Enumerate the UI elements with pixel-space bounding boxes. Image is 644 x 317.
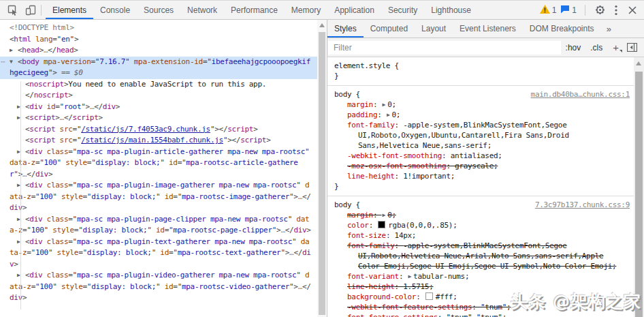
main-toolbar: ElementsConsoleSourcesNetworkPerformance… <box>0 1 644 20</box>
expand-arrow-icon[interactable]: ▶ <box>17 237 25 248</box>
dom-node-line[interactable]: <noscript>You need to enable JavaScript … <box>0 79 317 91</box>
value-expand-arrow-icon[interactable]: ▶ <box>408 271 412 282</box>
styles-tab-layout[interactable]: Layout <box>415 20 453 37</box>
tab-memory[interactable]: Memory <box>285 1 327 19</box>
dom-node-line[interactable]: <script src="/static/js/main.1554babf.ch… <box>0 135 317 147</box>
settings-gear-icon[interactable] <box>594 4 606 16</box>
tab-overflow-chevron-icon[interactable]: » <box>601 20 617 38</box>
value-expand-arrow-icon[interactable]: ▶ <box>383 210 386 220</box>
styles-tab-styles[interactable]: Styles <box>327 20 364 37</box>
color-swatch[interactable] <box>378 221 385 228</box>
console-message-badge[interactable]: 1 <box>560 5 577 16</box>
toolbar-divider <box>585 5 585 16</box>
value-expand-arrow-icon[interactable]: ▶ <box>383 100 386 110</box>
css-source-link[interactable]: main.db40ba…chunk.css:1 <box>531 89 630 100</box>
elements-scrollbar[interactable] <box>317 20 327 317</box>
css-declaration[interactable]: font-feature-settings: "tnum","tnum"; <box>327 312 634 317</box>
css-rule-close-brace: } <box>327 181 634 192</box>
tab-lighthouse[interactable]: Lighthouse <box>424 1 478 19</box>
toggle-element-state-button[interactable]: :hov <box>566 43 581 52</box>
dom-node-line[interactable]: <!DOCTYPE html> <box>0 22 317 34</box>
dom-node-line[interactable]: ▶<div class="mpa-sc mpa-plugin-text-gath… <box>0 237 317 271</box>
expand-arrow-icon[interactable]: ▶ <box>17 270 25 282</box>
dom-node-line[interactable]: </noscript> <box>0 90 317 102</box>
device-toolbar-icon[interactable] <box>25 4 37 16</box>
styles-filter-input[interactable] <box>328 41 561 55</box>
dom-node-line[interactable]: ▶<head>…</head> <box>0 45 317 57</box>
toolbar-divider <box>41 5 42 16</box>
styles-tab-dom-breakpoints[interactable]: DOM Breakpoints <box>523 20 601 37</box>
tab-performance[interactable]: Performance <box>224 1 285 19</box>
main-tab-strip: ElementsConsoleSourcesNetworkPerformance… <box>46 1 478 19</box>
css-declaration[interactable]: background-color: #fff; <box>327 292 634 302</box>
collapse-arrow-icon[interactable]: ▼ <box>10 57 18 68</box>
css-source-link[interactable]: 7.3c97b137.chunk.css:9 <box>535 200 630 210</box>
close-devtools-icon[interactable] <box>626 4 639 16</box>
color-swatch[interactable] <box>425 292 433 300</box>
scroll-up-arrow-icon[interactable] <box>319 23 325 27</box>
message-bubble-icon <box>560 5 570 16</box>
dom-node-line[interactable]: ▶<script>…</script> <box>0 112 317 124</box>
css-selector-line[interactable]: element.style { <box>327 61 634 71</box>
dropdown-corner-icon <box>619 50 622 52</box>
styles-scrollbar[interactable] <box>634 57 644 317</box>
resource-link[interactable]: /static/js/7.f4053ac9.chunk.js <box>81 125 210 134</box>
css-declaration[interactable]: font-family: -apple-system,BlinkMacSyste… <box>327 241 634 271</box>
css-declaration[interactable]: font-variant: ▶tabular-nums; <box>327 271 634 282</box>
css-declaration[interactable]: line-height: 1.5715; <box>327 282 634 292</box>
tab-sources[interactable]: Sources <box>137 1 180 19</box>
warning-badge[interactable]: 1 <box>540 5 557 16</box>
dom-node-line[interactable]: ▶<div class="mpa-sc mpa-plugin-image-gat… <box>0 180 317 214</box>
tab-application[interactable]: Application <box>327 1 381 19</box>
css-selector-line[interactable]: main.db40ba…chunk.css:1body { <box>327 89 634 100</box>
css-declaration[interactable]: margin: ▶0; <box>327 100 634 110</box>
styles-tab-event-listeners[interactable]: Event Listeners <box>453 20 523 37</box>
indent-guide-line <box>20 81 21 310</box>
css-declaration[interactable]: margin: ▶0; <box>327 210 634 220</box>
css-selector-line[interactable]: 7.3c97b137.chunk.css:9body { <box>327 200 634 210</box>
dom-node-line[interactable]: ▶<div class="mpa-sc mpa-plugin-video-gat… <box>0 270 317 304</box>
scroll-up-arrow-icon[interactable] <box>636 61 641 65</box>
css-declaration[interactable]: line-height: 1!important; <box>327 171 634 181</box>
css-declaration[interactable]: padding: ▶0; <box>327 110 634 120</box>
resource-link[interactable]: /static/js/main.1554babf.chunk.js <box>81 136 223 145</box>
toolbar-right-group: 1 1 <box>540 4 644 16</box>
css-declaration[interactable]: -webkit-font-feature-settings: "tnum"; <box>327 302 634 312</box>
inspect-element-icon[interactable] <box>7 4 19 16</box>
expand-arrow-icon[interactable]: ▶ <box>17 147 25 158</box>
css-rule-close-brace: } <box>327 71 634 81</box>
scrollbar-thumb[interactable] <box>635 72 643 317</box>
sidebar-pane-toggle-icon[interactable] <box>627 43 637 52</box>
new-style-rule-button[interactable]: + <box>613 42 619 53</box>
styles-rule-list: element.style {}main.db40ba…chunk.css:1b… <box>327 57 634 317</box>
css-declaration[interactable]: color: rgba(0,0,0,.85); <box>327 220 634 230</box>
expand-arrow-icon[interactable]: ▶ <box>17 180 25 192</box>
element-classes-button[interactable]: .cls <box>590 43 602 52</box>
css-declaration[interactable]: -moz-osx-font-smoothing: grayscale; <box>327 161 634 171</box>
css-declaration[interactable]: -webkit-font-smoothing: antialiased; <box>327 151 634 161</box>
expand-arrow-icon[interactable]: ▶ <box>17 102 25 113</box>
tab-console[interactable]: Console <box>93 1 137 19</box>
dom-node-line[interactable]: ▶<div class="mpa-sc mpa-plugin-page-clip… <box>0 214 317 237</box>
css-declaration[interactable]: font-family: -apple-system,BlinkMacSyste… <box>327 120 634 151</box>
styles-rule-list-container: element.style {}main.db40ba…chunk.css:1b… <box>327 57 644 317</box>
expand-arrow-icon[interactable]: ▶ <box>10 45 18 57</box>
tab-network[interactable]: Network <box>180 1 224 19</box>
node-more-actions-icon[interactable]: ⋯ <box>1 57 5 68</box>
styles-tab-computed[interactable]: Computed <box>364 20 415 37</box>
tab-elements[interactable]: Elements <box>46 1 93 19</box>
dom-node-line[interactable]: <html lang="en"> <box>0 34 317 46</box>
tab-security[interactable]: Security <box>381 1 424 19</box>
more-options-icon[interactable] <box>610 4 622 16</box>
expand-arrow-icon[interactable]: ▶ <box>17 214 25 226</box>
dom-node-line[interactable]: ⋯▼<body mpa-version="7.16.7" mpa-extensi… <box>0 57 317 79</box>
styles-filter-bar: :hov .cls + <box>327 38 644 57</box>
expand-arrow-icon[interactable]: ▶ <box>17 112 25 124</box>
value-expand-arrow-icon[interactable]: ▶ <box>387 110 390 120</box>
css-declaration[interactable]: font-size: 14px; <box>327 230 634 241</box>
dom-node-line[interactable]: ▶<div class="mpa-sc mpa-plugin-article-g… <box>0 147 317 181</box>
css-rule: element.style {} <box>327 57 634 86</box>
dom-node-line[interactable]: <script src="/static/js/7.f4053ac9.chunk… <box>0 124 317 136</box>
scrollbar-thumb[interactable] <box>319 32 325 315</box>
dom-node-line[interactable]: ▶<div id="root">…</div> <box>0 102 317 113</box>
